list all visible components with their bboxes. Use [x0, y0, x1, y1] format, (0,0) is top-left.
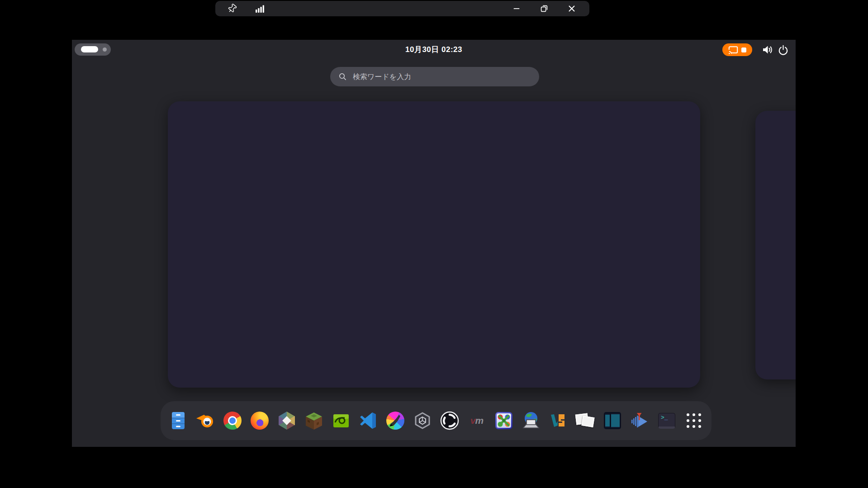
- workspace-thumbnail-main[interactable]: [168, 101, 700, 388]
- dock-icon-app-grid[interactable]: [680, 401, 707, 440]
- search-bar[interactable]: [330, 67, 539, 86]
- volume-icon[interactable]: [761, 44, 773, 56]
- stop-square-icon: [741, 47, 746, 52]
- minimize-button[interactable]: [509, 2, 524, 15]
- power-icon[interactable]: [777, 44, 789, 56]
- clock[interactable]: 10月30日 02:23: [72, 44, 796, 55]
- dock-icon-prism-launcher[interactable]: [273, 401, 300, 440]
- dock-icon-krita[interactable]: [382, 401, 409, 440]
- remote-desktop-screen: 10月30日 02:23: [72, 40, 796, 447]
- signal-strength-icon: [253, 2, 267, 15]
- dock-icon-files[interactable]: [165, 401, 192, 440]
- dock-icon-blender[interactable]: [192, 401, 219, 440]
- photo-front: [581, 416, 594, 427]
- dock-icon-minecraft[interactable]: [300, 401, 327, 440]
- dock-icon-vseeface[interactable]: [545, 401, 572, 440]
- restore-button[interactable]: [536, 2, 552, 15]
- dock-icon-firefox[interactable]: [246, 401, 273, 440]
- search-icon: [338, 72, 347, 81]
- pin-icon[interactable]: [225, 2, 239, 15]
- dock-icon-photos[interactable]: [572, 401, 599, 440]
- dock-icon-dual-pane[interactable]: [599, 401, 626, 440]
- dock-icon-colored-balls-x[interactable]: [490, 401, 517, 440]
- workspace-thumbnail-next[interactable]: [755, 111, 796, 379]
- dock-icon-video-editor[interactable]: [626, 401, 653, 440]
- dock-icon-unity-hub[interactable]: [409, 401, 436, 440]
- dock-icon-nvidia[interactable]: [327, 401, 355, 440]
- screen-background: { "window": { "titlebar": { "icons": ["p…: [0, 0, 868, 488]
- screencast-icon: [728, 46, 738, 54]
- dock-icon-vscode[interactable]: [355, 401, 382, 440]
- dock-icon-vmware[interactable]: vm: [463, 401, 490, 440]
- dock-icon-terminal[interactable]: >_: [653, 401, 680, 440]
- dock-icon-chrome[interactable]: [219, 401, 246, 440]
- dock-icon-obs-studio[interactable]: [436, 401, 463, 440]
- dock-icon-globe-laptop[interactable]: [517, 401, 545, 440]
- close-button[interactable]: [564, 2, 579, 15]
- dock: vm: [161, 401, 711, 440]
- search-input[interactable]: [352, 72, 539, 81]
- remote-window-titlebar[interactable]: [215, 1, 589, 16]
- screencast-stop-button[interactable]: [722, 43, 752, 56]
